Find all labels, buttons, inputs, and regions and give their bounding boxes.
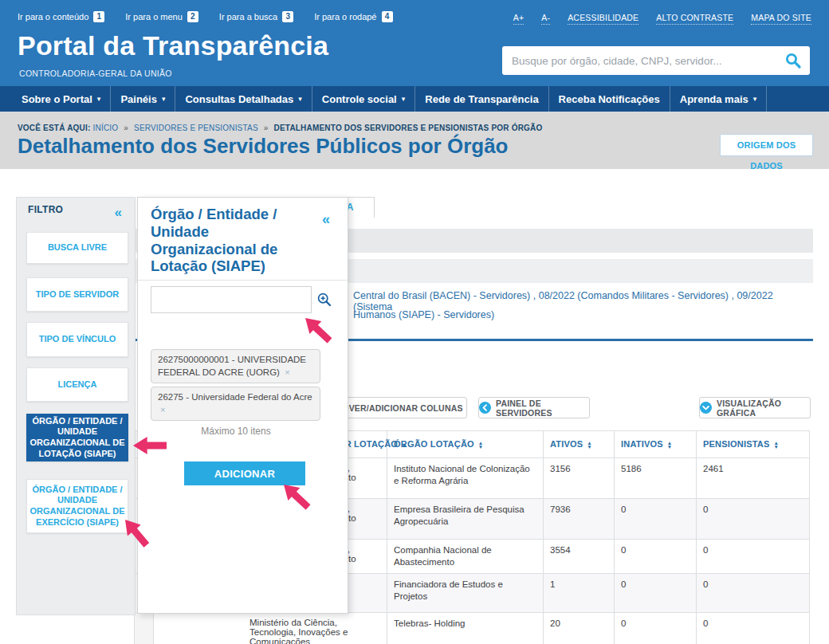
breadcrumb-home[interactable]: INÍCIO [93, 124, 119, 132]
filter-orgao-lotacao-button[interactable]: ÓRGÃO / ENTIDADE / UNIDADE ORGANIZACIONA… [26, 414, 128, 461]
selected-item-chip: 26275000000001 - UNIVERSIDADE FEDERAL DO… [151, 349, 320, 383]
sort-icon: ▲▼ [478, 441, 484, 449]
cell-inativos: 5186 [615, 458, 697, 499]
filter-tipo-de-servidor-button[interactable]: TIPO DE SERVIDOR [26, 277, 128, 312]
table-row: Ministério da Ciência, Tecnologia, Inova… [135, 613, 810, 644]
orgao-lotacao-filter-flyout: Órgão / Entidade / Unidade Organizaciona… [137, 197, 348, 614]
max-items-note: Máximo 10 itens [138, 426, 334, 437]
caret-down-icon: ▾ [402, 95, 406, 103]
remove-chip-icon[interactable]: × [160, 405, 165, 414]
caret-down-icon: ▾ [298, 95, 302, 103]
cell-pensionistas: 0 [697, 499, 810, 540]
cell-orgao-lotacao: Empresa Brasileira de Pesquisa Agropecuá… [387, 499, 544, 540]
breadcrumb-prefix: VOCÊ ESTÁ AQUI: [18, 124, 91, 132]
site-logo-subtitle: CONTROLADORIA-GERAL DA UNIÃO [19, 69, 172, 78]
filter-licenca-button[interactable]: LICENÇA [26, 367, 128, 402]
cell-pensionistas: 0 [697, 613, 810, 644]
nav-receba-notificacoes[interactable]: Receba Notificações [549, 86, 670, 112]
keybox-4: 4 [382, 11, 393, 22]
breadcrumb-separator: » [124, 124, 128, 132]
sort-icon: ▲▼ [774, 441, 780, 449]
nav-rede-de-transparencia[interactable]: Rede de Transparência [415, 86, 548, 112]
cell-pensionistas: 0 [697, 540, 810, 574]
selected-item-chip: 26275 - Universidade Federal do Acre × [151, 387, 320, 421]
chevron-down-circle-icon [700, 402, 712, 414]
caret-down-icon: ▾ [162, 95, 166, 103]
nav-paineis[interactable]: Painéis▾ [111, 86, 175, 112]
cell-orgao-lotacao: Telebras- Holding [387, 613, 544, 644]
breadcrumb-section[interactable]: SERVIDORES E PENSIONISTAS [134, 124, 258, 132]
collapse-chevrons-icon[interactable]: « [115, 206, 122, 219]
accessibility-links: A+ A- ACESSIBILIDADE ALTO CONTRASTE MAPA… [513, 13, 811, 25]
visualizacao-grafica-button[interactable]: VISUALIZAÇÃO GRÁFICA [699, 397, 811, 418]
cell-ativos: 20 [544, 613, 615, 644]
keybox-1: 1 [93, 11, 104, 22]
filter-orgao-exercicio-button[interactable]: ÓRGÃO / ENTIDADE / UNIDADE ORGANIZACIONA… [26, 479, 128, 533]
portal-transparencia-page: Ir para o conteúdo1 Ir para o menu2 Ir p… [0, 0, 829, 644]
painel-de-servidores-button[interactable]: PAINEL DE SERVIDORES [478, 397, 590, 418]
cell-inativos: 0 [615, 574, 697, 613]
main-nav: Sobre o Portal▾ Painéis▾ Consultas Detal… [0, 86, 829, 112]
nav-aprenda-mais[interactable]: Aprenda mais▾ [670, 86, 768, 112]
cell-ativos: 1 [544, 574, 615, 613]
zoom-search-icon[interactable] [316, 292, 332, 308]
page-title: Detalhamento dos Servidores Públicos por… [18, 134, 508, 159]
caret-down-icon: ▾ [753, 95, 757, 103]
caret-down-icon: ▾ [97, 95, 101, 103]
mapa-do-site-link[interactable]: MAPA DO SITE [751, 13, 811, 25]
site-header: Ir para o conteúdo1 Ir para o menu2 Ir p… [0, 0, 829, 86]
sort-icon: ▲▼ [667, 441, 673, 449]
col-header-inativos[interactable]: INATIVOS▲▼ [615, 431, 697, 458]
header-search [502, 46, 810, 75]
alto-contraste-link[interactable]: ALTO CONTRASTE [656, 13, 733, 25]
font-decrease-link[interactable]: A- [541, 13, 550, 25]
search-input[interactable] [512, 55, 784, 67]
nav-sobre-o-portal[interactable]: Sobre o Portal▾ [11, 86, 111, 112]
col-header-ativos[interactable]: ATIVOS▲▼ [544, 431, 615, 458]
breadcrumb-current: DETALHAMENTO DOS SERVIDORES E PENSIONIST… [274, 124, 543, 132]
sort-icon: ▲▼ [587, 441, 592, 449]
nav-consultas-detalhadas[interactable]: Consultas Detalhadas▾ [175, 86, 312, 112]
flyout-title: Órgão / Entidade / Unidade Organizaciona… [151, 206, 306, 275]
col-header-orgao-lotacao[interactable]: ÓRGÃO LOTAÇÃO▲▼ [387, 431, 544, 458]
filter-sidebar: FILTRO « BUSCA LIVRE TIPO DE SERVIDOR TI… [16, 197, 136, 615]
skip-link-conteudo[interactable]: Ir para o conteúdo1 [18, 11, 104, 22]
cell-orgao-lotacao: Financiadora de Estudos e Projetos [387, 574, 544, 613]
collapse-chevrons-icon[interactable]: « [322, 212, 330, 226]
keybox-3: 3 [282, 11, 293, 22]
site-logo-title[interactable]: Portal da Transparência [18, 30, 328, 61]
adicionar-button[interactable]: ADICIONAR [184, 461, 305, 485]
col-header-pensionistas[interactable]: PENSIONISTAS▲▼ [697, 431, 810, 458]
cell-ativos: 3156 [544, 458, 615, 499]
cell-inativos: 0 [615, 613, 697, 644]
skip-link-busca[interactable]: Ir para a busca3 [219, 11, 293, 22]
cell-orgao-superior: Ministério da Ciência, Tecnologia, Inova… [154, 613, 387, 644]
remove-chip-icon[interactable]: × [285, 367, 289, 377]
search-icon[interactable] [784, 52, 802, 69]
keybox-2: 2 [187, 11, 198, 22]
cell-inativos: 0 [615, 540, 697, 574]
skip-link-rodape[interactable]: Ir para o rodapé4 [314, 11, 392, 22]
skip-links: Ir para o conteúdo1 Ir para o menu2 Ir p… [18, 11, 393, 22]
acessibilidade-link[interactable]: ACESSIBILIDADE [568, 13, 638, 25]
breadcrumb: VOCÊ ESTÁ AQUI: INÍCIO » SERVIDORES E PE… [18, 124, 542, 132]
origem-dos-dados-button[interactable]: ORIGEM DOS DADOS [720, 134, 813, 156]
orgao-search-input[interactable] [151, 286, 312, 313]
cell-orgao-lotacao: Companhia Nacional de Abastecimento [387, 540, 544, 574]
font-increase-link[interactable]: A+ [513, 13, 525, 25]
cell-pensionistas: 2461 [697, 458, 810, 499]
filter-tipo-de-vinculo-button[interactable]: TIPO DE VÍNCULO [26, 322, 128, 357]
filter-busca-livre-button[interactable]: BUSCA LIVRE [26, 232, 128, 264]
skip-link-menu[interactable]: Ir para o menu2 [125, 11, 198, 22]
nav-controle-social[interactable]: Controle social▾ [312, 86, 415, 112]
cell-ativos: 7936 [544, 499, 615, 540]
cell-inativos: 0 [615, 499, 697, 540]
divider [138, 280, 348, 281]
data-updated-info-line2: Humanos (SIAPE) - Servidores) [353, 309, 494, 320]
cell-orgao-lotacao: Instituto Nacional de Colonização e Refo… [387, 458, 544, 499]
cell-ativos: 3554 [544, 540, 615, 574]
page-header-band: VOCÊ ESTÁ AQUI: INÍCIO » SERVIDORES E PE… [0, 112, 829, 169]
chevron-left-circle-icon [479, 402, 491, 414]
cell-pensionistas: 0 [697, 574, 810, 613]
filter-sidebar-title: FILTRO [28, 204, 63, 215]
